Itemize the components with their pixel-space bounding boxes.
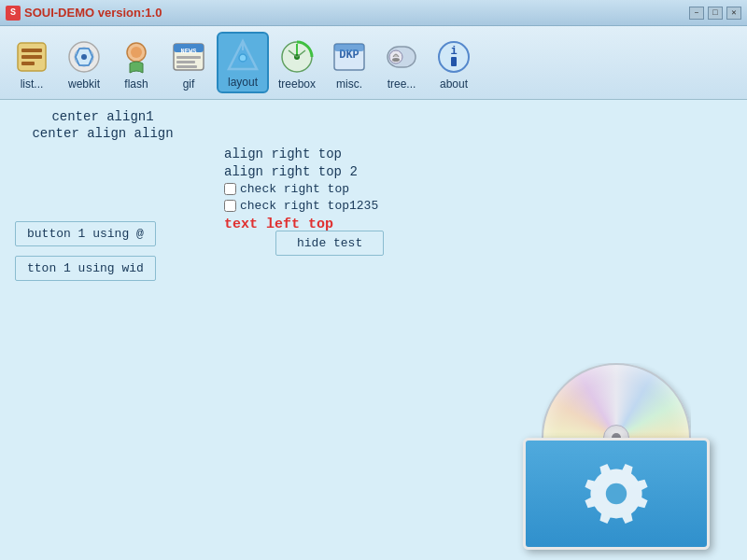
app-title: SOUI-DEMO version:1.0: [24, 6, 162, 20]
window-controls[interactable]: – □ ✕: [689, 7, 741, 20]
button2[interactable]: tton 1 using wid: [15, 256, 156, 281]
list-label: list...: [21, 77, 44, 91]
svg-point-17: [239, 54, 247, 62]
tree-label: tree...: [388, 77, 416, 91]
title-bar: S SOUI-DEMO version:1.0 – □ ✕: [0, 0, 747, 26]
right-align-block: align right top align right top 2 check …: [224, 147, 378, 232]
toolbar-item-list[interactable]: list...: [7, 35, 56, 93]
illustration: [514, 363, 719, 550]
svg-point-26: [392, 58, 400, 62]
svg-rect-13: [176, 61, 195, 63]
center-align-text: center align align: [9, 126, 196, 141]
check-right-top-row: check right top: [224, 182, 378, 196]
button1[interactable]: button 1 using @: [15, 221, 156, 246]
svg-text:NEWS: NEWS: [181, 48, 197, 55]
check-right-top1235-label: check right top1235: [240, 199, 378, 213]
toolbar-item-layout[interactable]: layout: [217, 32, 269, 93]
toolbar-item-tree[interactable]: tree...: [377, 35, 426, 93]
layout-icon: [224, 36, 261, 74]
flash-label: flash: [124, 77, 148, 91]
gear-box: [523, 438, 710, 550]
misc-icon: DKP: [331, 38, 368, 76]
webkit-label: webkit: [68, 77, 100, 91]
svg-text:i: i: [450, 45, 457, 58]
treebox-icon: [278, 38, 316, 76]
toolbar: list... webkit flash NEWS: [0, 26, 747, 100]
svg-rect-29: [451, 57, 457, 66]
treebox-label: treebox: [278, 77, 316, 91]
check-right-top-label: check right top: [240, 182, 349, 196]
title-bar-left: S SOUI-DEMO version:1.0: [6, 6, 162, 21]
svg-rect-2: [21, 55, 42, 59]
flash-icon: [118, 38, 155, 76]
hide-test-button[interactable]: hide test: [275, 231, 384, 256]
layout-label: layout: [228, 76, 258, 89]
align-right-top-text: align right top: [224, 147, 378, 161]
toolbar-item-webkit[interactable]: webkit: [60, 35, 108, 93]
toolbar-item-about[interactable]: i about: [430, 35, 478, 93]
check-right-top1235-checkbox[interactable]: [224, 200, 236, 212]
webkit-icon: [65, 38, 103, 76]
svg-point-8: [131, 47, 142, 58]
center-align1-text: center align1: [9, 109, 196, 124]
svg-rect-12: [176, 56, 201, 59]
button-group-left: button 1 using @ tton 1 using wid: [15, 221, 156, 281]
misc-label: misc.: [336, 77, 362, 91]
toolbar-item-gif[interactable]: NEWS gif: [164, 35, 213, 93]
toolbar-item-treebox[interactable]: treebox: [273, 35, 321, 93]
svg-point-30: [606, 483, 627, 504]
svg-rect-1: [21, 49, 42, 52]
center-text-block: center align1 center align align: [9, 109, 196, 141]
maximize-button[interactable]: □: [708, 7, 723, 20]
toolbar-item-flash[interactable]: flash: [112, 35, 161, 93]
main-content: center align1 center align align align r…: [0, 100, 747, 560]
toolbar-item-misc[interactable]: DKP misc.: [325, 35, 374, 93]
gif-icon: NEWS: [170, 38, 207, 76]
svg-rect-3: [21, 62, 35, 65]
svg-rect-14: [176, 65, 197, 68]
align-right-top2-text: align right top 2: [224, 164, 378, 179]
about-icon: i: [435, 38, 472, 76]
check-right-top-checkbox[interactable]: [224, 183, 236, 195]
tree-icon: [383, 38, 420, 76]
svg-rect-23: [334, 44, 364, 51]
list-icon: [13, 38, 50, 76]
svg-point-6: [81, 54, 87, 60]
close-button[interactable]: ✕: [726, 7, 741, 20]
check-right-top1235-row: check right top1235: [224, 199, 378, 213]
minimize-button[interactable]: –: [689, 7, 704, 20]
gear-svg-icon: [579, 456, 654, 531]
about-label: about: [440, 77, 468, 91]
gif-label: gif: [183, 77, 195, 91]
app-icon: S: [6, 6, 21, 21]
